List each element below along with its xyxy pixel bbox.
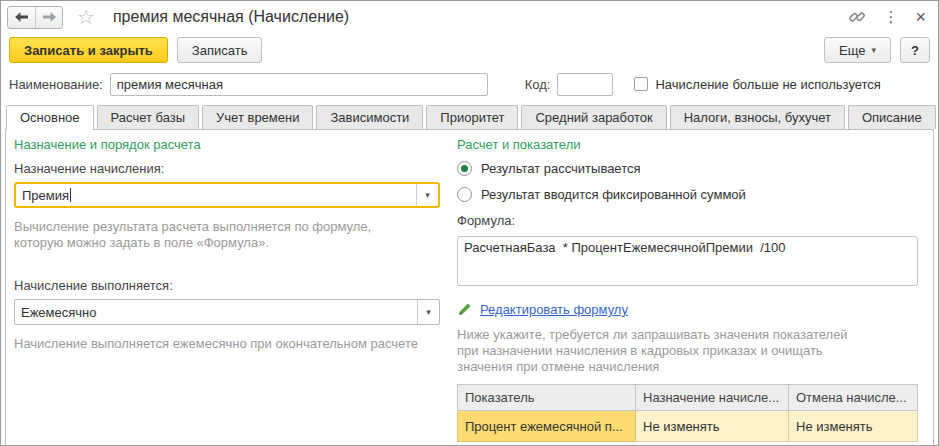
tab-main[interactable]: Основное bbox=[6, 105, 94, 130]
help-button[interactable]: ? bbox=[900, 37, 930, 63]
radio-result-calculated-label: Результат рассчитывается bbox=[481, 161, 641, 176]
name-label: Наименование: bbox=[9, 77, 103, 92]
main-panel: Назначение и порядок расчета Назначение … bbox=[5, 129, 934, 446]
purpose-section: Назначение и порядок расчета Назначение … bbox=[6, 130, 440, 446]
titlebar-actions: ⋮ × bbox=[848, 7, 926, 28]
schedule-dropdown-button[interactable]: ▾ bbox=[417, 300, 439, 324]
table-row: Процент ежемесячной п... Не изменять Не … bbox=[458, 411, 918, 442]
code-label: Код: bbox=[525, 77, 551, 92]
purpose-section-title: Назначение и порядок расчета bbox=[14, 137, 440, 152]
page-title: премия месячная (Начисление) bbox=[113, 8, 349, 26]
indicators-table: Показатель Назначение начисле... Отмена … bbox=[457, 384, 918, 442]
unused-checkbox-label[interactable]: Начисление больше не используется bbox=[655, 77, 880, 92]
tab-taxes[interactable]: Налоги, взносы, бухучет bbox=[670, 105, 845, 129]
chevron-down-icon: ▾ bbox=[425, 190, 430, 200]
indicators-hint: Ниже укажите, требуется ли запрашивать з… bbox=[457, 327, 918, 375]
tab-dependencies[interactable]: Зависимости bbox=[316, 105, 423, 129]
history-nav bbox=[7, 6, 63, 29]
tab-description[interactable]: Описание bbox=[848, 105, 936, 129]
edit-formula-row: Редактировать формулу bbox=[457, 302, 918, 317]
forward-arrow-icon bbox=[42, 11, 57, 23]
tab-calculation-base[interactable]: Расчет базы bbox=[97, 105, 200, 129]
tab-bar: Основное Расчет базы Учет времени Зависи… bbox=[1, 97, 938, 129]
calculation-section-title: Расчет и показатели bbox=[457, 137, 918, 152]
more-button[interactable]: Еще ▾ bbox=[824, 37, 891, 63]
text-cursor bbox=[70, 188, 71, 202]
radio-result-fixed-label: Результат вводится фиксированной суммой bbox=[481, 187, 746, 202]
purpose-field-label: Назначение начисления: bbox=[14, 161, 440, 176]
cell-cancellation[interactable]: Не изменять bbox=[789, 411, 918, 442]
favorite-star-icon[interactable]: ☆ bbox=[77, 7, 95, 27]
name-input[interactable] bbox=[110, 73, 488, 96]
more-menu-icon[interactable]: ⋮ bbox=[883, 8, 898, 26]
close-icon[interactable]: × bbox=[915, 7, 926, 28]
code-input[interactable] bbox=[557, 73, 613, 96]
edit-formula-link[interactable]: Редактировать формулу bbox=[480, 302, 628, 317]
formula-label: Формула: bbox=[457, 213, 918, 228]
get-link-icon[interactable] bbox=[848, 8, 866, 26]
purpose-combobox[interactable]: Премия ▾ bbox=[14, 182, 440, 208]
schedule-combobox[interactable]: Ежемесячно ▾ bbox=[14, 299, 440, 325]
back-arrow-icon bbox=[14, 11, 29, 23]
radio-result-fixed[interactable]: Результат вводится фиксированной суммой bbox=[457, 187, 918, 202]
schedule-field-label: Начисление выполняется: bbox=[14, 278, 440, 293]
radio-result-calculated[interactable]: Результат рассчитывается bbox=[457, 161, 918, 176]
pencil-icon bbox=[457, 302, 472, 317]
name-row: Наименование: Код: Начисление больше не … bbox=[9, 71, 930, 97]
save-button[interactable]: Записать bbox=[177, 37, 263, 63]
chevron-down-icon: ▾ bbox=[871, 45, 876, 55]
schedule-combobox-value: Ежемесячно bbox=[15, 300, 417, 324]
purpose-combobox-value: Премия bbox=[16, 184, 416, 206]
column-header-assignment: Назначение начисле... bbox=[636, 385, 789, 411]
save-and-close-button[interactable]: Записать и закрыть bbox=[9, 37, 168, 63]
schedule-hint: Начисление выполняется ежемесячно при ок… bbox=[14, 336, 440, 352]
column-header-indicator: Показатель bbox=[458, 385, 636, 411]
chevron-down-icon: ▾ bbox=[426, 307, 431, 317]
purpose-hint: Вычисление результата расчета выполняетс… bbox=[14, 219, 440, 251]
column-header-cancellation: Отмена начисле... bbox=[789, 385, 918, 411]
back-button[interactable] bbox=[8, 7, 35, 28]
titlebar: ☆ премия месячная (Начисление) ⋮ × bbox=[1, 1, 938, 33]
forward-button[interactable] bbox=[35, 7, 62, 28]
tab-average-earnings[interactable]: Средний заработок bbox=[521, 105, 666, 129]
more-button-label: Еще bbox=[839, 43, 865, 58]
unused-checkbox[interactable] bbox=[634, 77, 648, 91]
tab-time-tracking[interactable]: Учет времени bbox=[202, 105, 313, 129]
cell-assignment[interactable]: Не изменять bbox=[636, 411, 789, 442]
purpose-dropdown-button[interactable]: ▾ bbox=[416, 184, 438, 206]
indicators-table-header-row: Показатель Назначение начисле... Отмена … bbox=[458, 385, 918, 411]
toolbar: Записать и закрыть Записать Еще ▾ ? bbox=[1, 33, 938, 65]
accrual-form-window: { "window": { "title": "премия месячная … bbox=[0, 0, 939, 446]
radio-button-icon bbox=[457, 161, 472, 176]
radio-button-icon bbox=[457, 187, 472, 202]
calculation-section: Расчет и показатели Результат рассчитыва… bbox=[440, 130, 933, 446]
tab-priority[interactable]: Приоритет bbox=[426, 105, 518, 129]
cell-indicator[interactable]: Процент ежемесячной п... bbox=[458, 411, 636, 442]
formula-textarea[interactable]: РасчетнаяБаза * ПроцентЕжемесячнойПремии… bbox=[457, 236, 918, 286]
